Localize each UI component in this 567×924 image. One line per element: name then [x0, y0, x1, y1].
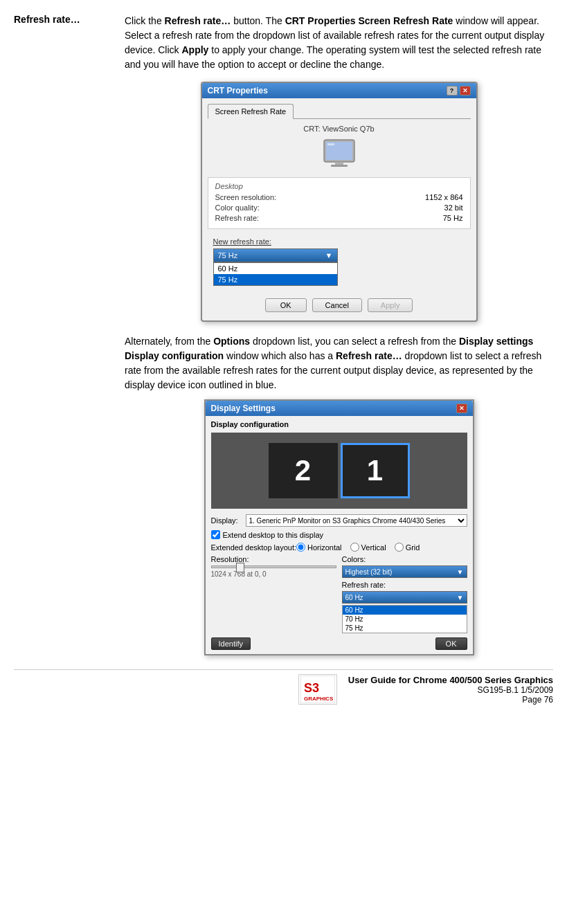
display-settings-dialog: Display Settings ✕ Display configuration…	[204, 399, 474, 655]
footer-title: User Guide for Chrome 400/500 Series Gra…	[348, 675, 553, 685]
apply-button[interactable]: Apply	[368, 298, 413, 312]
colors-label: Colors:	[342, 555, 467, 563]
monitor-icon-area	[208, 138, 471, 169]
dropdown-selected-value: 75 Hz	[218, 251, 238, 260]
display-dialog-title: Display Settings	[211, 404, 276, 413]
vertical-radio[interactable]	[350, 543, 359, 552]
grid-radio-label: Grid	[395, 543, 420, 552]
color-quality-row: Color quality: 32 bit	[215, 203, 463, 212]
monitor-block-2: 2	[269, 443, 338, 498]
colors-dropdown-icon: ▼	[457, 568, 464, 576]
refresh-item-70hz[interactable]: 70 Hz	[343, 615, 467, 624]
refresh-rate-dropdown[interactable]: 75 Hz ▼	[213, 248, 338, 262]
desktop-section: Desktop Screen resolution: 1152 x 864 Co…	[208, 177, 471, 229]
refresh-label: Refresh rate:	[342, 581, 467, 589]
desktop-section-title: Desktop	[215, 182, 463, 190]
resolution-col: Resolution: 1024 x 768 at 0, 0	[211, 555, 336, 633]
refresh-rate-row: Refresh rate: 75 Hz	[215, 214, 463, 222]
page-content: Refresh rate… Click the Refresh rate… bu…	[14, 14, 553, 705]
ok-button[interactable]: OK	[265, 298, 307, 312]
footer-logo: S3 GRAPHICS	[298, 674, 337, 705]
extend-desktop-checkbox[interactable]	[211, 530, 220, 539]
color-quality-label: Color quality:	[215, 203, 260, 212]
footer-text: User Guide for Chrome 400/500 Series Gra…	[348, 675, 553, 705]
extend-desktop-label: Extend desktop to this display	[223, 531, 324, 539]
refresh-rate-label: Refresh rate:	[215, 214, 260, 222]
svg-text:S3: S3	[304, 681, 319, 695]
colors-refresh-col: Colors: Highest (32 bit) ▼ Refresh rate:…	[342, 555, 467, 633]
svg-text:GRAPHICS: GRAPHICS	[304, 696, 334, 702]
extend-desktop-row: Extend desktop to this display	[211, 530, 467, 539]
cancel-button[interactable]: Cancel	[312, 298, 362, 312]
display-field-label: Display:	[211, 516, 246, 525]
color-quality-value: 32 bit	[444, 203, 463, 212]
crt-device-label: CRT: ViewSonic Q7b	[208, 125, 471, 133]
grid-label: Grid	[406, 543, 420, 552]
display-dialog-titlebar: Display Settings ✕	[206, 401, 473, 416]
close-button[interactable]: ✕	[460, 86, 471, 96]
refresh-rate-value: 75 Hz	[443, 214, 463, 222]
crt-dialog-title: CRT Properties	[208, 86, 268, 96]
dropdown-item-60hz[interactable]: 60 Hz	[214, 263, 337, 274]
display-select[interactable]: 1. Generic PnP Monitor on S3 Graphics Ch…	[246, 514, 467, 527]
display-dialog-buttons: Identify OK	[211, 637, 467, 650]
display-ok-button[interactable]: OK	[435, 637, 467, 650]
screen-resolution-row: Screen resolution: 1152 x 864	[215, 193, 463, 201]
dialog-buttons: OK Cancel Apply	[208, 296, 471, 315]
refresh-item-75hz[interactable]: 75 Hz	[343, 624, 467, 633]
svg-rect-3	[331, 165, 348, 167]
grid-radio[interactable]	[395, 543, 404, 552]
screen-resolution-label: Screen resolution:	[215, 193, 277, 201]
crt-dialog: CRT Properties ? ✕ Screen Refresh Rate	[201, 82, 478, 322]
footer-page: Page 76	[348, 695, 553, 705]
refresh-dropdown-list: 60 Hz 70 Hz 75 Hz	[342, 605, 467, 633]
refresh-item-60hz[interactable]: 60 Hz	[343, 606, 467, 615]
page-footer: S3 GRAPHICS User Guide for Chrome 400/50…	[14, 669, 553, 705]
definition-column: Click the Refresh rate… button. The CRT …	[125, 14, 553, 655]
refresh-dropdown-icon: ▼	[457, 594, 464, 601]
new-refresh-area: New refresh rate: 75 Hz ▼ 60 Hz 75 Hz	[208, 235, 471, 289]
refresh-rate-select[interactable]: 60 Hz ▼	[342, 591, 467, 604]
svg-rect-4	[327, 143, 334, 145]
dropdown-item-75hz[interactable]: 75 Hz	[214, 274, 337, 285]
term-label: Refresh rate…	[14, 14, 80, 25]
extended-layout-row: Extended desktop layout: Horizontal Vert…	[211, 543, 467, 552]
resolution-slider-container	[211, 565, 336, 568]
crt-dialog-container: CRT Properties ? ✕ Screen Refresh Rate	[125, 82, 553, 322]
footer-subtitle: SG195-B.1 1/5/2009	[348, 685, 553, 695]
definition-paragraph2: Alternately, from the Options dropdown l…	[125, 334, 553, 392]
tab-bar: Screen Refresh Rate	[208, 104, 471, 119]
refresh-selected-value: 60 Hz	[345, 594, 457, 601]
crt-dialog-titlebar: CRT Properties ? ✕	[202, 83, 476, 98]
identify-button[interactable]: Identify	[211, 637, 251, 650]
colors-select[interactable]: Highest (32 bit) ▼	[342, 565, 467, 578]
resolution-slider[interactable]	[211, 565, 336, 568]
monitor-block-1: 1	[341, 443, 410, 498]
monitors-area: 2 1	[211, 433, 467, 509]
dropdown-list: 60 Hz 75 Hz	[213, 262, 338, 286]
horizontal-label: Horizontal	[307, 543, 342, 552]
layout-radio-group: Horizontal Vertical Grid	[296, 543, 420, 552]
dropdown-arrow-icon: ▼	[325, 251, 333, 260]
display-close-button[interactable]: ✕	[456, 404, 467, 413]
main-row: Refresh rate… Click the Refresh rate… bu…	[14, 14, 553, 655]
resolution-label: Resolution:	[211, 555, 336, 563]
screen-refresh-tab[interactable]: Screen Refresh Rate	[208, 104, 294, 119]
horizontal-radio-label: Horizontal	[296, 543, 342, 552]
layout-label: Extended desktop layout:	[211, 543, 297, 552]
config-section-title: Display configuration	[211, 420, 467, 428]
colors-value: Highest (32 bit)	[345, 568, 457, 576]
slider-thumb[interactable]	[236, 563, 244, 572]
display-dialog-body: Display configuration 2 1 Display:	[206, 416, 473, 654]
vertical-radio-label: Vertical	[350, 543, 386, 552]
crt-dialog-body: Screen Refresh Rate CRT: ViewSonic Q7b	[202, 98, 476, 320]
help-button[interactable]: ?	[447, 86, 458, 96]
s3-graphics-logo: S3 GRAPHICS	[298, 674, 337, 705]
bottom-settings-row: Resolution: 1024 x 768 at 0, 0 Colors:	[211, 555, 467, 633]
definition-paragraph1: Click the Refresh rate… button. The CRT …	[125, 14, 553, 72]
new-refresh-label: New refresh rate:	[213, 237, 465, 246]
resolution-text: 1024 x 768 at 0, 0	[211, 570, 336, 578]
horizontal-radio[interactable]	[296, 543, 305, 552]
screen-resolution-value: 1152 x 864	[425, 193, 462, 201]
term-column: Refresh rate…	[14, 14, 125, 655]
